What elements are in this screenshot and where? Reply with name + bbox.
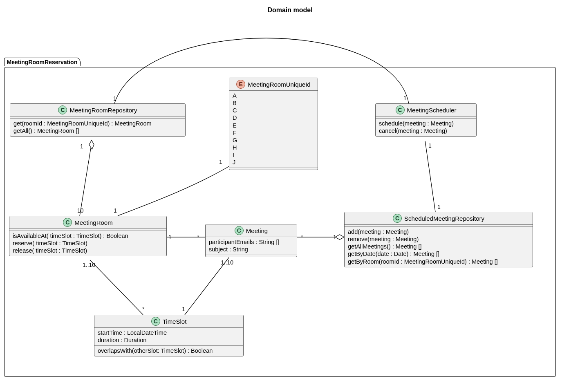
enum-badge-icon: E [236, 80, 245, 89]
multiplicity-label: 1 [437, 204, 441, 210]
package-label: MeetingRoomReservation [4, 58, 81, 66]
class-meeting-room-repository: C MeetingRoomRepository get(roomId : Mee… [10, 103, 186, 137]
class-methods: get(roomId : MeetingRoomUniqueId) : Meet… [10, 119, 185, 136]
class-attributes: participantEmails : String [] subject : … [206, 237, 297, 255]
multiplicity-label: 1 [428, 142, 432, 149]
class-badge-icon: C [151, 317, 160, 326]
multiplicity-label: 1 [168, 234, 172, 240]
class-name: MeetingRoomRepository [69, 107, 137, 114]
multiplicity-label: 1..10 [221, 259, 233, 266]
class-methods: add(meeting : Meeting) remove(meeting : … [345, 227, 533, 267]
class-badge-icon: C [235, 226, 244, 235]
multiplicity-label: 1 [403, 95, 407, 101]
multiplicity-label: 1 [333, 234, 336, 240]
multiplicity-label: * [301, 234, 303, 240]
class-name: MeetingScheduler [407, 107, 457, 114]
class-methods: isAvailableAt( timeSlot : TimeSlot) : Bo… [9, 231, 166, 256]
multiplicity-label: 1 [182, 306, 185, 312]
multiplicity-label: 1 [219, 159, 222, 165]
multiplicity-label: * [142, 306, 144, 312]
enum-literals: A B C D E F G H I J [229, 91, 318, 168]
multiplicity-label: 1 [113, 95, 116, 102]
class-methods: schedule(meeting : Meeting) cancel(meeti… [376, 119, 476, 136]
class-time-slot: C TimeSlot startTime : LocalDateTime dur… [94, 315, 244, 356]
class-name: MeetingRoomUniqueId [248, 81, 310, 88]
class-meeting-scheduler: C MeetingScheduler schedule(meeting : Me… [375, 103, 477, 137]
class-scheduled-meeting-repository: C ScheduledMeetingRepository add(meeting… [344, 212, 533, 267]
class-name: ScheduledMeetingRepository [404, 215, 484, 222]
class-attributes: startTime : LocalDateTime duration : Dur… [94, 328, 243, 346]
class-name: TimeSlot [163, 318, 187, 325]
class-badge-icon: C [396, 105, 405, 114]
enum-meeting-room-unique-id: E MeetingRoomUniqueId A B C D E F G H I … [229, 78, 318, 170]
diagram-title: Domain model [0, 7, 580, 14]
class-methods: overlapsWith(otherSlot: TimeSlot) : Bool… [94, 346, 243, 356]
class-meeting-room: C MeetingRoom isAvailableAt( timeSlot : … [9, 216, 167, 256]
class-badge-icon: C [63, 218, 72, 227]
class-name: MeetingRoom [74, 219, 112, 226]
class-meeting: C Meeting participantEmails : String [] … [205, 224, 297, 257]
class-badge-icon: C [58, 105, 67, 114]
multiplicity-label: 1 [80, 143, 83, 150]
multiplicity-label: 10 [77, 207, 84, 214]
multiplicity-label: 1..10 [83, 262, 95, 268]
multiplicity-label: * [197, 234, 199, 240]
class-badge-icon: C [393, 214, 402, 223]
multiplicity-label: 1 [114, 207, 117, 214]
class-name: Meeting [246, 227, 268, 234]
